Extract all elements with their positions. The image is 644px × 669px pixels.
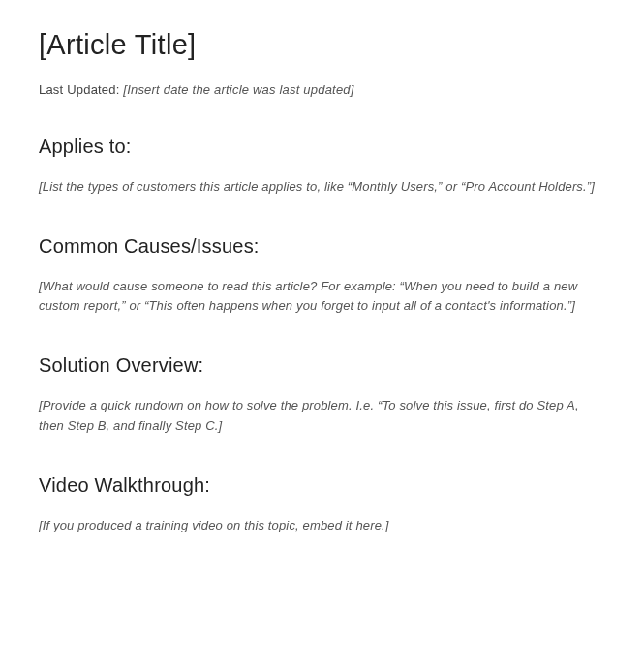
section-applies-to: Applies to: [List the types of customers… xyxy=(39,136,605,197)
last-updated-label: Last Updated: xyxy=(39,82,123,97)
section-body-applies-to: [List the types of customers this articl… xyxy=(39,177,605,197)
section-body-common-causes: [What would cause someone to read this a… xyxy=(39,277,605,316)
section-heading-applies-to: Applies to: xyxy=(39,136,605,158)
section-heading-video-walkthrough: Video Walkthrough: xyxy=(39,474,605,497)
section-body-video-walkthrough: [If you produced a training video on thi… xyxy=(39,516,605,535)
section-body-solution-overview: [Provide a quick rundown on how to solve… xyxy=(39,396,605,435)
section-heading-solution-overview: Solution Overview: xyxy=(39,354,605,377)
last-updated-row: Last Updated: [Insert date the article w… xyxy=(39,82,605,97)
section-common-causes: Common Causes/Issues: [What would cause … xyxy=(39,235,605,316)
article-title: [Article Title] xyxy=(39,29,605,61)
last-updated-value: [Insert date the article was last update… xyxy=(123,82,353,97)
section-video-walkthrough: Video Walkthrough: [If you produced a tr… xyxy=(39,474,605,535)
section-heading-common-causes: Common Causes/Issues: xyxy=(39,235,605,258)
section-solution-overview: Solution Overview: [Provide a quick rund… xyxy=(39,354,605,435)
